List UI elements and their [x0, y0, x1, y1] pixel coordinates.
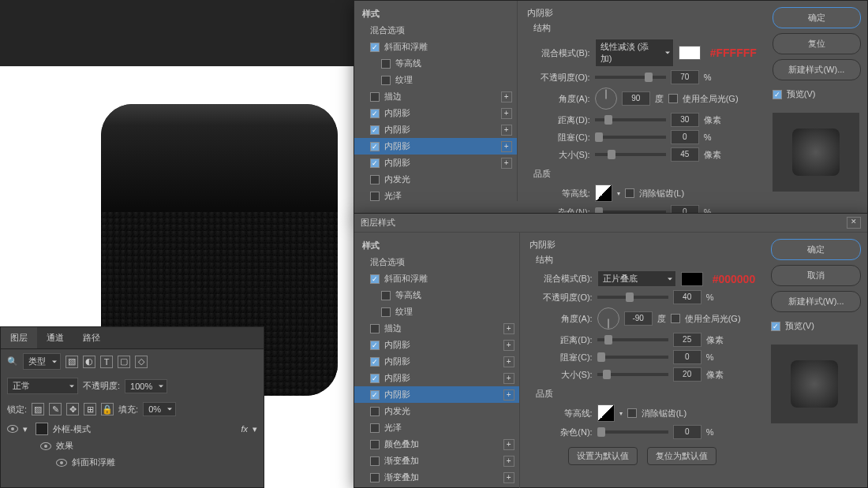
filter-shape-icon[interactable]: ▢	[118, 356, 130, 368]
style-item[interactable]: 内阴影+	[354, 353, 519, 370]
visibility-icon[interactable]	[56, 459, 67, 467]
style-item[interactable]: 内阴影+	[354, 138, 517, 155]
size-input[interactable]: 20	[673, 367, 702, 382]
add-effect-icon[interactable]: +	[501, 141, 512, 152]
style-checkbox[interactable]	[370, 423, 380, 433]
filter-image-icon[interactable]: ▧	[65, 356, 78, 368]
opacity-input[interactable]: 40	[673, 290, 702, 304]
add-effect-icon[interactable]: +	[503, 323, 514, 334]
ok-button[interactable]: 确定	[771, 239, 861, 260]
opacity-value[interactable]: 100%	[125, 379, 167, 393]
global-light-checkbox[interactable]	[671, 314, 680, 323]
size-slider[interactable]	[597, 373, 668, 376]
style-item[interactable]: 等高线	[354, 287, 519, 304]
angle-input[interactable]: 90	[622, 91, 650, 106]
add-effect-icon[interactable]: +	[501, 125, 512, 136]
close-icon[interactable]: ✕	[847, 217, 861, 229]
add-effect-icon[interactable]: +	[503, 373, 514, 384]
style-checkbox[interactable]	[370, 357, 380, 367]
blend-mode-select[interactable]: 线性减淡 (添加)	[595, 39, 674, 67]
lock-transparent-icon[interactable]: ▨	[32, 403, 44, 415]
style-checkbox[interactable]	[370, 274, 380, 284]
style-item[interactable]: 内阴影+	[354, 121, 517, 138]
style-checkbox[interactable]	[370, 440, 380, 449]
fx-badge[interactable]: fx	[241, 424, 248, 434]
blend-mode-select[interactable]: 正片叠底	[597, 270, 676, 287]
new-style-button[interactable]: 新建样式(W)...	[773, 59, 861, 80]
ok-button[interactable]: 确定	[773, 7, 861, 28]
style-item[interactable]: 内发光	[354, 403, 519, 419]
antialias-checkbox[interactable]	[625, 188, 634, 198]
style-checkbox[interactable]	[370, 43, 380, 52]
contour-picker[interactable]	[595, 184, 612, 202]
style-checkbox[interactable]	[370, 374, 380, 383]
noise-input[interactable]: 0	[673, 425, 702, 439]
visibility-icon[interactable]	[40, 442, 51, 450]
tab-layers[interactable]: 图层	[1, 327, 37, 348]
dialog-titlebar[interactable]: 图层样式 ✕	[354, 214, 867, 233]
add-effect-icon[interactable]: +	[503, 356, 514, 367]
new-style-button[interactable]: 新建样式(W)...	[771, 291, 861, 312]
fx-expand-icon[interactable]: ▾	[253, 424, 257, 434]
style-checkbox[interactable]	[370, 192, 380, 201]
set-default-button[interactable]: 设置为默认值	[568, 447, 638, 465]
opacity-slider[interactable]	[595, 76, 666, 79]
contour-picker[interactable]	[597, 404, 615, 422]
style-checkbox[interactable]	[370, 456, 380, 466]
style-checkbox[interactable]	[370, 158, 380, 168]
angle-control[interactable]	[595, 88, 617, 110]
effect-item-row[interactable]: 斜面和浮雕	[1, 454, 264, 471]
style-item[interactable]: 纹理	[354, 72, 517, 88]
angle-control[interactable]	[597, 307, 619, 330]
layer-row[interactable]: ▾ 外框-模式 fx ▾	[1, 420, 264, 438]
style-item[interactable]: 内阴影+	[354, 337, 519, 353]
style-checkbox[interactable]	[370, 175, 380, 184]
style-checkbox[interactable]	[370, 125, 380, 135]
choke-slider[interactable]	[595, 136, 666, 139]
style-item[interactable]: 描边+	[354, 320, 519, 337]
add-effect-icon[interactable]: +	[503, 456, 514, 467]
add-effect-icon[interactable]: +	[501, 108, 512, 119]
style-checkbox[interactable]	[381, 307, 391, 317]
style-item[interactable]: 光泽	[354, 188, 517, 204]
style-item[interactable]: 纹理	[354, 304, 519, 320]
style-checkbox[interactable]	[370, 341, 380, 350]
style-checkbox[interactable]	[370, 142, 380, 151]
style-item[interactable]: 内阴影+	[354, 105, 517, 121]
filter-type[interactable]: 类型	[23, 353, 61, 370]
add-effect-icon[interactable]: +	[503, 340, 514, 351]
distance-slider[interactable]	[597, 338, 668, 341]
add-effect-icon[interactable]: +	[503, 472, 514, 483]
style-item[interactable]: 描边+	[354, 88, 517, 105]
style-item[interactable]: 斜面和浮雕	[354, 39, 517, 55]
distance-slider[interactable]	[595, 118, 666, 121]
style-checkbox[interactable]	[370, 109, 380, 118]
global-light-checkbox[interactable]	[668, 94, 678, 103]
style-item[interactable]: 内发光	[354, 171, 517, 188]
style-checkbox[interactable]	[381, 59, 391, 69]
style-item[interactable]: 内阴影+	[354, 386, 519, 403]
distance-input[interactable]: 30	[671, 113, 699, 127]
angle-input[interactable]: -90	[624, 311, 653, 326]
style-checkbox[interactable]	[370, 473, 380, 482]
filter-adjust-icon[interactable]: ◐	[83, 356, 95, 368]
lock-all-icon[interactable]: 🔒	[101, 403, 114, 415]
blend-options[interactable]: 混合选项	[354, 22, 517, 39]
style-checkbox[interactable]	[381, 291, 391, 300]
style-item[interactable]: 渐变叠加+	[354, 469, 519, 486]
add-effect-icon[interactable]: +	[501, 158, 512, 169]
blend-options[interactable]: 混合选项	[354, 254, 519, 270]
preview-checkbox[interactable]	[773, 90, 782, 99]
add-effect-icon[interactable]: +	[503, 439, 514, 450]
style-checkbox[interactable]	[370, 92, 380, 102]
style-item[interactable]: 光泽	[354, 419, 519, 436]
style-item[interactable]: 渐变叠加+	[354, 453, 519, 469]
visibility-icon[interactable]	[7, 425, 18, 433]
reset-button[interactable]: 复位	[773, 33, 861, 54]
style-checkbox[interactable]	[370, 390, 380, 400]
choke-input[interactable]: 0	[673, 350, 702, 364]
add-effect-icon[interactable]: +	[503, 389, 514, 400]
filter-text-icon[interactable]: T	[100, 356, 113, 368]
antialias-checkbox[interactable]	[627, 408, 637, 418]
filter-icon[interactable]: 🔍	[7, 356, 18, 367]
